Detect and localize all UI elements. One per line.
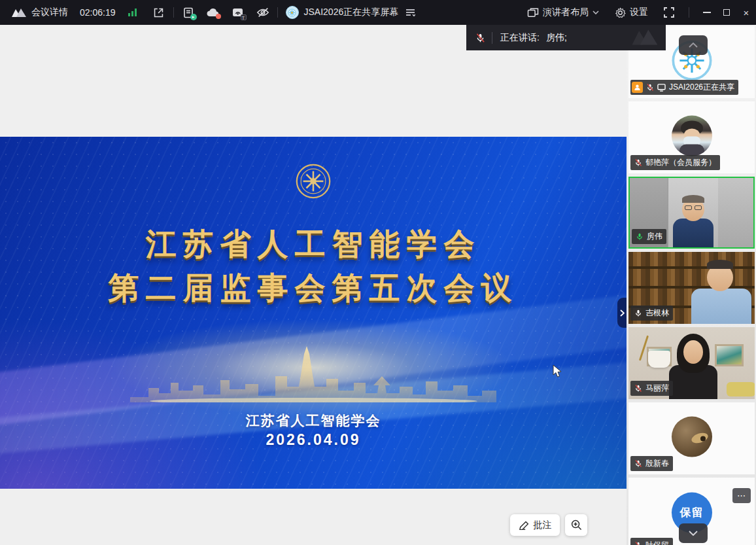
layout-selector[interactable]: 演讲者布局: [527, 7, 599, 18]
cloud-alert-badge: [216, 14, 221, 19]
participant-tile-yinxinchun[interactable]: 殷新春: [628, 402, 755, 474]
participant-avatar: [672, 116, 712, 156]
caption-broadcast-icon[interactable]: T: [232, 6, 245, 19]
presentation-slide: 江苏省人工智能学会 第二届监事会第五次会议 江苏省人工智能学会 2026.04.…: [0, 137, 627, 489]
participant-avatar: [672, 417, 712, 457]
slide-footer-org: 江苏省人工智能学会: [0, 412, 627, 430]
speaking-label: 正在讲话:: [500, 32, 540, 44]
record-status-badge: ▸: [190, 14, 197, 20]
slide-title-line1: 江苏省人工智能学会: [0, 224, 627, 265]
speaking-names: 房伟;: [546, 32, 567, 44]
mouse-cursor: [553, 364, 562, 378]
slide-title-line2: 第二届监事会第五次会议: [0, 268, 627, 309]
window-maximize-button[interactable]: [717, 0, 736, 25]
pen-icon: [519, 520, 530, 530]
record-doc-icon[interactable]: ▸: [182, 6, 195, 19]
participant-label: JSAI2026正在共享: [630, 80, 738, 95]
network-signal-icon[interactable]: [126, 6, 139, 19]
participant-tile-jigenlin[interactable]: 吉根林: [628, 252, 755, 324]
mic-muted-icon: [646, 83, 654, 92]
chevron-down-icon: [593, 10, 599, 14]
cloud-icon[interactable]: [207, 6, 220, 19]
participant-label: 殷新春: [630, 456, 673, 471]
popout-icon[interactable]: [152, 6, 165, 19]
divider: [277, 7, 278, 18]
stage-toolbar: 批注: [510, 514, 587, 536]
window-close-button[interactable]: ×: [736, 0, 756, 25]
chevron-right-icon: [620, 309, 625, 317]
chevron-down-icon: [689, 531, 698, 536]
host-badge-icon: [632, 82, 643, 93]
slide-footer-date: 2026.04.09: [0, 431, 627, 449]
zoom-in-button[interactable]: [565, 514, 587, 536]
city-skyline: [130, 345, 496, 402]
mic-muted-icon: [475, 33, 485, 43]
participant-label: 房伟: [632, 229, 666, 244]
app-logo-icon: [10, 7, 27, 18]
participant-tile-yuyanping[interactable]: 郁艳萍（会员服务）: [628, 101, 755, 173]
watermark-logo-icon: [628, 27, 662, 47]
chevron-up-icon: [689, 43, 698, 48]
magnifier-plus-icon: [571, 519, 582, 531]
scroll-up-button[interactable]: [679, 35, 708, 55]
fullscreen-icon[interactable]: [662, 6, 676, 19]
divider: [173, 7, 174, 18]
participant-tile-fangwei[interactable]: 房伟: [628, 177, 755, 249]
mic-on-icon: [634, 309, 642, 317]
divider: [689, 7, 689, 18]
caption-t-badge: T: [241, 14, 247, 20]
mic-muted-icon: [634, 459, 642, 468]
mic-muted-icon: [634, 384, 642, 393]
mic-active-icon: [636, 232, 644, 241]
titlebar: 会议详情 02:06:19 ▸: [0, 0, 756, 25]
shared-screen-stage: 江苏省人工智能学会 第二届监事会第五次会议 江苏省人工智能学会 2026.04.…: [0, 25, 627, 545]
window-minimize-button[interactable]: [697, 0, 717, 25]
participant-label: 郁艳萍（会员服务）: [630, 155, 720, 170]
ellipsis-icon: ⋯: [737, 491, 746, 501]
tile-more-button[interactable]: ⋯: [732, 488, 751, 503]
participant-tile-maliping[interactable]: 马丽萍: [628, 327, 755, 399]
annotate-button[interactable]: 批注: [510, 514, 560, 536]
association-emblem-icon: [295, 163, 332, 202]
sidebar-collapse-handle[interactable]: [617, 298, 627, 328]
settings-button[interactable]: 设置: [615, 7, 648, 18]
screen-share-icon: [657, 84, 666, 92]
participant-label: 吉根林: [630, 306, 673, 321]
meeting-details-button[interactable]: 会议详情: [31, 7, 68, 18]
participant-label: 叶保留: [630, 538, 673, 545]
participant-label: 马丽萍: [630, 381, 673, 396]
meeting-window: 会议详情 02:06:19 ▸: [0, 0, 756, 545]
meeting-timer: 02:06:19: [80, 7, 116, 18]
gear-icon: [615, 7, 626, 18]
mic-muted-icon: [634, 541, 642, 545]
sharer-avatar: [286, 6, 299, 19]
scroll-down-button[interactable]: [679, 523, 708, 543]
share-detail-icon[interactable]: [404, 6, 417, 19]
eye-slash-icon[interactable]: [256, 6, 269, 19]
sharing-banner: JSAI2026正在共享屏幕: [304, 7, 399, 18]
speaking-toast: 正在讲话: 房伟;: [466, 25, 666, 50]
mic-muted-icon: [634, 158, 642, 167]
divider: [492, 32, 492, 44]
